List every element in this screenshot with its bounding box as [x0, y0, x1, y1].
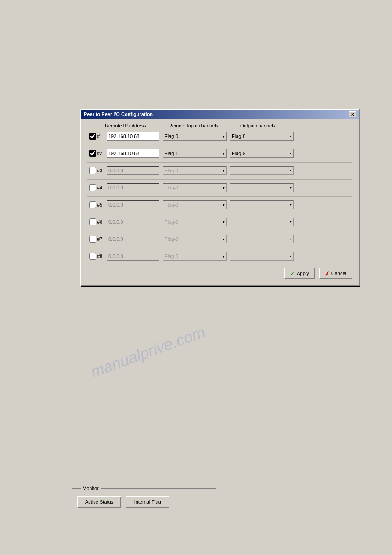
remote-select-wrapper-8: Flag-0Flag-1Flag-2Flag-3Flag-4Flag-5Flag… [163, 252, 227, 261]
row-separator-3 [87, 179, 352, 180]
output-select-1[interactable]: Flag-0Flag-1Flag-2Flag-3Flag-4Flag-5Flag… [230, 132, 294, 141]
row-number-2: #2 [97, 151, 107, 156]
row-separator-2 [87, 162, 352, 163]
row-ip-input-7 [107, 235, 159, 243]
row-ip-input-5 [107, 200, 159, 209]
monitor-legend: Monitor [81, 486, 101, 491]
cancel-x-icon: ✗ [325, 270, 330, 277]
remote-select-wrapper-2: Flag-0Flag-1Flag-2Flag-3Flag-4Flag-5Flag… [163, 149, 227, 158]
apply-label: Apply [297, 271, 309, 276]
cancel-label: Cancel [331, 271, 346, 276]
row-number-1: #1 [97, 134, 107, 139]
row-checkbox-2[interactable] [89, 150, 96, 157]
output-select-wrapper-2: Flag-0Flag-1Flag-2Flag-3Flag-4Flag-5Flag… [230, 149, 294, 158]
remote-select-wrapper-7: Flag-0Flag-1Flag-2Flag-3Flag-4Flag-5Flag… [163, 235, 227, 243]
row-checkbox-8[interactable] [89, 253, 96, 260]
row-separator-1 [87, 145, 352, 145]
output-select-4: Flag-0Flag-1Flag-2Flag-3Flag-4Flag-5Flag… [230, 183, 294, 192]
row-ip-input-4 [107, 183, 159, 192]
remote-select-wrapper-5: Flag-0Flag-1Flag-2Flag-3Flag-4Flag-5Flag… [163, 200, 227, 209]
row-checkbox-7[interactable] [89, 236, 96, 243]
output-select-5: Flag-0Flag-1Flag-2Flag-3Flag-4Flag-5Flag… [230, 200, 294, 209]
output-select-wrapper-6: Flag-0Flag-1Flag-2Flag-3Flag-4Flag-5Flag… [230, 218, 294, 226]
output-select-6: Flag-0Flag-1Flag-2Flag-3Flag-4Flag-5Flag… [230, 218, 294, 226]
row-number-3: #3 [97, 168, 107, 173]
row-number-4: #4 [97, 185, 107, 190]
dialog-titlebar: Peer to Peer I/O Configuration ✕ [81, 110, 359, 119]
remote-select-5: Flag-0Flag-1Flag-2Flag-3Flag-4Flag-5Flag… [163, 200, 227, 209]
col-header-ip: Remote IP address: [105, 123, 164, 128]
config-row-1: #1Flag-0Flag-1Flag-2Flag-3Flag-4Flag-5Fl… [87, 130, 352, 142]
config-row-7: #7Flag-0Flag-1Flag-2Flag-3Flag-4Flag-5Fl… [87, 233, 352, 245]
output-select-wrapper-4: Flag-0Flag-1Flag-2Flag-3Flag-4Flag-5Flag… [230, 183, 294, 192]
output-select-wrapper-7: Flag-0Flag-1Flag-2Flag-3Flag-4Flag-5Flag… [230, 235, 294, 243]
output-select-7: Flag-0Flag-1Flag-2Flag-3Flag-4Flag-5Flag… [230, 235, 294, 243]
row-checkbox-3[interactable] [89, 167, 96, 174]
output-select-wrapper-5: Flag-0Flag-1Flag-2Flag-3Flag-4Flag-5Flag… [230, 200, 294, 209]
row-ip-input-2[interactable] [107, 149, 159, 158]
remote-select-wrapper-6: Flag-0Flag-1Flag-2Flag-3Flag-4Flag-5Flag… [163, 218, 227, 226]
row-checkbox-4[interactable] [89, 184, 96, 191]
output-select-wrapper-1: Flag-0Flag-1Flag-2Flag-3Flag-4Flag-5Flag… [230, 132, 294, 141]
config-row-5: #5Flag-0Flag-1Flag-2Flag-3Flag-4Flag-5Fl… [87, 199, 352, 211]
config-row-3: #3Flag-0Flag-1Flag-2Flag-3Flag-4Flag-5Fl… [87, 164, 352, 177]
config-row-8: #8Flag-0Flag-1Flag-2Flag-3Flag-4Flag-5Fl… [87, 250, 352, 262]
row-separator-7 [87, 248, 352, 248]
output-select-3: Flag-0Flag-1Flag-2Flag-3Flag-4Flag-5Flag… [230, 166, 294, 175]
remote-select-2[interactable]: Flag-0Flag-1Flag-2Flag-3Flag-4Flag-5Flag… [163, 149, 227, 158]
row-number-6: #6 [97, 219, 107, 225]
row-separator-5 [87, 214, 352, 214]
config-row-4: #4Flag-0Flag-1Flag-2Flag-3Flag-4Flag-5Fl… [87, 181, 352, 194]
remote-select-3: Flag-0Flag-1Flag-2Flag-3Flag-4Flag-5Flag… [163, 166, 227, 175]
remote-select-7: Flag-0Flag-1Flag-2Flag-3Flag-4Flag-5Flag… [163, 235, 227, 243]
row-number-8: #8 [97, 254, 107, 259]
row-checkbox-5[interactable] [89, 201, 96, 208]
dialog-close-button[interactable]: ✕ [349, 111, 356, 117]
remote-select-4: Flag-0Flag-1Flag-2Flag-3Flag-4Flag-5Flag… [163, 183, 227, 192]
config-row-6: #6Flag-0Flag-1Flag-2Flag-3Flag-4Flag-5Fl… [87, 216, 352, 228]
column-headers: Remote IP address: Remote Input channels… [87, 123, 352, 128]
remote-select-8: Flag-0Flag-1Flag-2Flag-3Flag-4Flag-5Flag… [163, 252, 227, 261]
remote-select-6: Flag-0Flag-1Flag-2Flag-3Flag-4Flag-5Flag… [163, 218, 227, 226]
remote-select-wrapper-4: Flag-0Flag-1Flag-2Flag-3Flag-4Flag-5Flag… [163, 183, 227, 192]
row-checkbox-1[interactable] [89, 133, 96, 140]
apply-button[interactable]: ✓ Apply [284, 268, 315, 279]
row-separator-4 [87, 196, 352, 197]
row-ip-input-3 [107, 166, 159, 175]
row-checkbox-6[interactable] [89, 218, 96, 225]
remote-select-wrapper-3: Flag-0Flag-1Flag-2Flag-3Flag-4Flag-5Flag… [163, 166, 227, 175]
col-header-output: Output channels: [240, 123, 302, 128]
active-status-button[interactable]: Active Status [77, 496, 121, 508]
apply-checkmark-icon: ✓ [290, 270, 295, 277]
remote-select-wrapper-1: Flag-0Flag-1Flag-2Flag-3Flag-4Flag-5Flag… [163, 132, 227, 141]
row-ip-input-8 [107, 252, 159, 261]
cancel-button[interactable]: ✗ Cancel [319, 268, 352, 279]
row-ip-input-6 [107, 218, 159, 226]
output-select-wrapper-8: Flag-0Flag-1Flag-2Flag-3Flag-4Flag-5Flag… [230, 252, 294, 261]
internal-flag-button[interactable]: Internal Flag [126, 496, 169, 508]
row-number-7: #7 [97, 236, 107, 242]
dialog-buttons: ✓ Apply ✗ Cancel [87, 266, 352, 279]
watermark: manualprive.com [88, 323, 208, 381]
output-select-2[interactable]: Flag-0Flag-1Flag-2Flag-3Flag-4Flag-5Flag… [230, 149, 294, 158]
monitor-panel: Monitor Active Status Internal Flag [72, 486, 216, 512]
config-row-2: #2Flag-0Flag-1Flag-2Flag-3Flag-4Flag-5Fl… [87, 147, 352, 160]
dialog-title: Peer to Peer I/O Configuration [84, 112, 349, 117]
row-ip-input-1[interactable] [107, 132, 159, 141]
col-header-remote: Remote Input channels : [169, 123, 237, 128]
monitor-fieldset: Monitor Active Status Internal Flag [72, 486, 216, 512]
config-rows-container: #1Flag-0Flag-1Flag-2Flag-3Flag-4Flag-5Fl… [87, 130, 352, 262]
dialog-content: Remote IP address: Remote Input channels… [81, 119, 359, 285]
output-select-wrapper-3: Flag-0Flag-1Flag-2Flag-3Flag-4Flag-5Flag… [230, 166, 294, 175]
peer-to-peer-dialog: Peer to Peer I/O Configuration ✕ Remote … [80, 109, 360, 286]
monitor-buttons: Active Status Internal Flag [77, 496, 211, 508]
output-select-8: Flag-0Flag-1Flag-2Flag-3Flag-4Flag-5Flag… [230, 252, 294, 261]
row-number-5: #5 [97, 202, 107, 207]
row-separator-6 [87, 231, 352, 231]
remote-select-1[interactable]: Flag-0Flag-1Flag-2Flag-3Flag-4Flag-5Flag… [163, 132, 227, 141]
